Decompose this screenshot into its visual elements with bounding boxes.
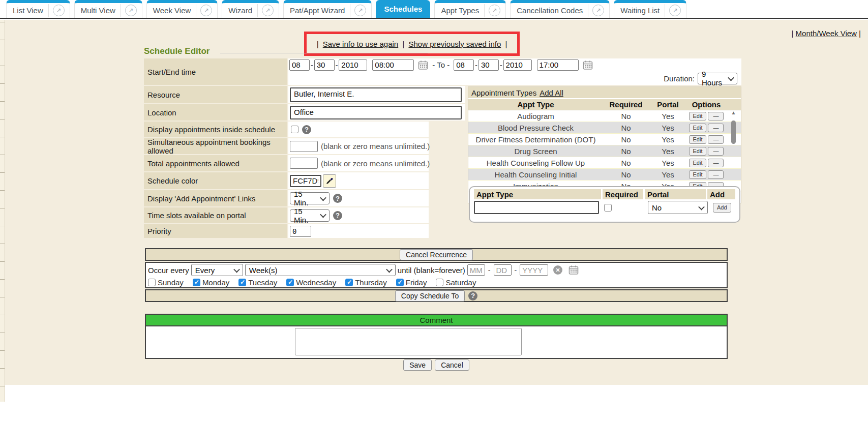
appt-type-row: Drug ScreenNoYesEdit— xyxy=(468,145,741,157)
saturday-checkbox[interactable] xyxy=(436,279,443,286)
open-in-new-icon[interactable]: ↗ xyxy=(125,5,137,16)
tab-wizard[interactable]: Wizard↗ xyxy=(222,0,279,18)
end-year-input[interactable] xyxy=(503,59,532,71)
comment-header: Comment xyxy=(146,315,727,326)
cancel-button[interactable]: Cancel xyxy=(435,359,469,371)
priority-label: Priority xyxy=(144,224,287,238)
duration-select[interactable]: 9 Hours xyxy=(698,73,737,84)
schedule-color-input[interactable] xyxy=(290,175,321,187)
day-tuesday: Tuesday xyxy=(238,278,277,287)
tab-multi-view[interactable]: Multi View↗ xyxy=(74,0,142,18)
friday-checkbox[interactable] xyxy=(396,279,404,286)
priority-input[interactable] xyxy=(290,226,311,237)
start-year-input[interactable] xyxy=(339,59,367,71)
help-icon[interactable]: ? xyxy=(302,125,311,134)
appt-type-row: Health Counseling InitialNoYesEdit— xyxy=(468,169,741,181)
comment-textarea[interactable] xyxy=(295,328,522,355)
tab-cancellation-codes[interactable]: Cancellation Codes↗ xyxy=(510,0,610,18)
edit-button[interactable]: Edit xyxy=(689,159,707,167)
edit-button[interactable]: Edit xyxy=(689,170,707,179)
location-label: Location xyxy=(144,104,287,121)
scrollbar-thumb[interactable] xyxy=(731,121,736,144)
open-in-new-icon[interactable]: ↗ xyxy=(262,5,274,16)
remove-button[interactable]: — xyxy=(708,147,724,156)
form-row-priority: Priority xyxy=(144,224,741,238)
day-thursday: Thursday xyxy=(345,278,387,287)
open-in-new-icon[interactable]: ↗ xyxy=(489,5,500,16)
until-calendar-icon[interactable] xyxy=(568,265,579,275)
start-month-input[interactable] xyxy=(289,59,310,71)
save-info-link[interactable]: Save info to use again xyxy=(323,40,398,48)
tab-week-view[interactable]: Week View↗ xyxy=(146,0,218,18)
add-all-link[interactable]: Add All xyxy=(540,88,563,97)
tuesday-checkbox[interactable] xyxy=(238,279,246,286)
sunday-checkbox[interactable] xyxy=(148,279,156,286)
start-time-input[interactable] xyxy=(372,59,414,71)
simultaneous-hint: (blank or zero means unlimited.) xyxy=(321,142,430,151)
copy-schedule-button[interactable]: Copy Schedule To xyxy=(395,290,465,302)
show-saved-info-link[interactable]: Show previously saved info xyxy=(408,40,501,48)
remove-button[interactable]: — xyxy=(708,112,724,121)
start-calendar-icon[interactable] xyxy=(418,60,428,70)
to-text: - To - xyxy=(432,61,450,69)
remove-button[interactable]: — xyxy=(708,170,724,179)
display-appointments-checkbox[interactable] xyxy=(291,126,298,133)
edit-button[interactable]: Edit xyxy=(689,124,707,132)
recurrence-every-select[interactable]: Every xyxy=(191,264,243,276)
remove-button[interactable]: — xyxy=(708,135,724,144)
end-month-input[interactable] xyxy=(454,59,474,71)
start-end-label: Start/End time xyxy=(144,58,287,85)
open-in-new-icon[interactable]: ↗ xyxy=(354,5,366,16)
tab-schedules[interactable]: Schedules xyxy=(376,0,430,18)
tab-appt-types[interactable]: Appt Types↗ xyxy=(434,0,506,18)
end-time-input[interactable] xyxy=(537,59,579,71)
clear-date-icon[interactable]: ✕ xyxy=(553,265,562,275)
save-button[interactable]: Save xyxy=(403,359,432,371)
time-slots-select[interactable]: 15 Min. xyxy=(290,209,330,222)
help-icon[interactable]: ? xyxy=(333,211,342,220)
help-icon[interactable]: ? xyxy=(333,194,342,203)
resource-input[interactable]: Butler, Internist E. xyxy=(290,87,462,102)
color-picker-button[interactable] xyxy=(323,174,336,188)
new-appt-portal-select[interactable]: No xyxy=(648,201,708,214)
simultaneous-label: Simultaneous appointment bookings allowe… xyxy=(144,138,287,154)
tab-waiting-list[interactable]: Waiting List↗ xyxy=(614,0,686,18)
tab-list-view[interactable]: List View↗ xyxy=(6,0,70,18)
remove-button[interactable]: — xyxy=(708,159,724,167)
open-in-new-icon[interactable]: ↗ xyxy=(592,5,604,16)
add-appt-links-label: Display 'Add Appointment' Links xyxy=(144,190,287,206)
until-year-input[interactable] xyxy=(520,264,548,276)
start-day-input[interactable] xyxy=(314,59,335,71)
end-day-input[interactable] xyxy=(478,59,499,71)
location-input[interactable]: Office xyxy=(290,106,462,119)
wednesday-checkbox[interactable] xyxy=(286,279,294,286)
until-month-input[interactable] xyxy=(467,264,485,276)
end-calendar-icon[interactable] xyxy=(583,60,593,70)
month-week-view-link[interactable]: Month/Week View xyxy=(796,29,857,38)
chevron-down-icon xyxy=(233,266,240,273)
total-input[interactable] xyxy=(290,158,318,169)
open-in-new-icon[interactable]: ↗ xyxy=(669,5,681,16)
open-in-new-icon[interactable]: ↗ xyxy=(53,5,65,16)
chevron-down-icon xyxy=(728,74,734,81)
open-in-new-icon[interactable]: ↗ xyxy=(200,5,212,16)
scroll-up-icon[interactable]: ▲ xyxy=(729,109,738,116)
simultaneous-input[interactable] xyxy=(290,141,318,152)
recurrence-period-select[interactable]: Week(s) xyxy=(245,264,396,276)
help-icon[interactable]: ? xyxy=(468,291,477,300)
add-appt-links-select[interactable]: 15 Min. xyxy=(290,192,330,204)
total-label: Total appointments allowed xyxy=(144,155,287,171)
tab-pat-appt-wizard[interactable]: Pat/Appt Wizard↗ xyxy=(283,0,372,18)
remove-button[interactable]: — xyxy=(708,124,724,132)
edit-button[interactable]: Edit xyxy=(689,135,707,144)
cancel-recurrence-button[interactable]: Cancel Recurrence xyxy=(400,249,473,260)
comment-section: Comment xyxy=(145,314,728,359)
until-day-input[interactable] xyxy=(494,264,512,276)
thursday-checkbox[interactable] xyxy=(345,279,353,286)
edit-button[interactable]: Edit xyxy=(689,147,707,156)
new-appt-required-checkbox[interactable] xyxy=(604,204,612,212)
new-appt-type-input[interactable] xyxy=(474,201,599,214)
add-appt-type-button[interactable]: Add xyxy=(713,203,731,213)
edit-button[interactable]: Edit xyxy=(689,112,707,121)
monday-checkbox[interactable] xyxy=(193,279,200,286)
